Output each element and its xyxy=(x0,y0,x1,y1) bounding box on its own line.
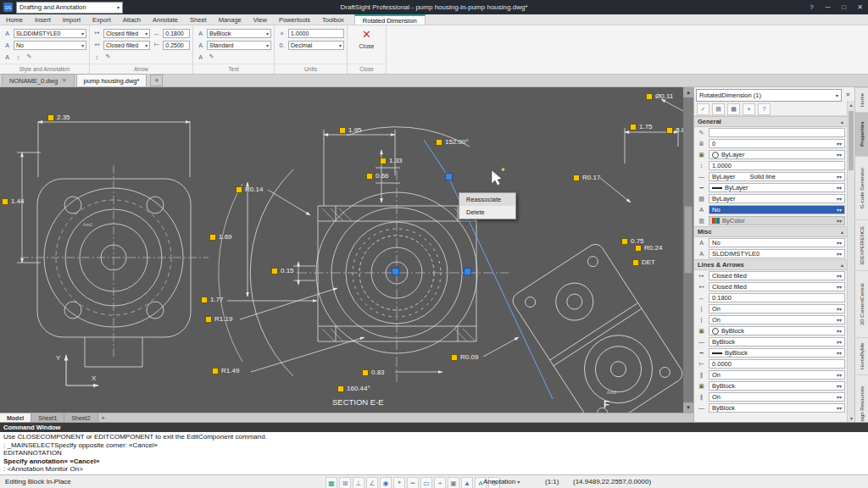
side-tab-3d-contentcentral[interactable]: 3D ContentCentral xyxy=(855,270,868,337)
scroll-down-icon[interactable] xyxy=(683,402,693,413)
dimension-label[interactable]: 1.44 xyxy=(2,197,25,205)
property-select[interactable]: No▾ xyxy=(709,205,845,214)
r-tool-c-icon[interactable] xyxy=(25,53,34,62)
end-arrow-select[interactable]: Closed filled xyxy=(103,41,150,50)
ribbon-tab-annotate[interactable]: Annotate xyxy=(147,14,184,25)
dimension-label[interactable]: 2.35 xyxy=(47,114,70,121)
side-tab-properties[interactable]: Properties xyxy=(855,112,868,156)
view-scale-label[interactable]: (1:1) xyxy=(545,478,559,485)
clipboard-icon[interactable]: ▤ xyxy=(712,103,725,115)
grip-handle[interactable] xyxy=(271,268,278,274)
lineweight-icon[interactable]: ━ xyxy=(407,477,419,488)
ribbon-tab-sheet[interactable]: Sheet xyxy=(184,14,213,25)
tab-close-icon[interactable]: ✕ xyxy=(62,77,66,84)
snap-icon[interactable]: ⊞ xyxy=(339,477,351,488)
grip-handle[interactable] xyxy=(366,173,373,180)
command-window-title[interactable]: Command Window xyxy=(0,423,868,432)
sheet-tab-sheet1[interactable]: Sheet1 xyxy=(31,413,64,422)
selection-grip[interactable] xyxy=(464,268,471,275)
sheet-tab-model[interactable]: Model xyxy=(0,413,31,422)
ribbon-tab-attach[interactable]: Attach xyxy=(117,14,147,25)
grip-handle[interactable] xyxy=(380,158,387,164)
scroll-up-icon[interactable] xyxy=(683,87,693,97)
collapse-icon[interactable]: ▴ xyxy=(841,229,843,235)
esnap-icon[interactable]: ◉ xyxy=(380,477,392,488)
ribbon-tab-view[interactable]: View xyxy=(248,14,273,25)
side-tab-home[interactable]: Home xyxy=(855,87,868,112)
selection-grip[interactable] xyxy=(392,268,399,275)
ribbon-tab-toolbox[interactable]: Toolbox xyxy=(316,14,350,25)
dimension-scale-input[interactable]: 1.0000 xyxy=(288,29,344,38)
extension-size-input[interactable]: 0.2500 xyxy=(163,41,190,50)
properties-scrollbar[interactable] xyxy=(847,101,854,422)
maximize-icon[interactable] xyxy=(836,0,852,14)
ribbon-tab-import[interactable]: Import xyxy=(57,14,86,25)
grip-handle[interactable] xyxy=(209,234,216,241)
scrollbar-thumb[interactable] xyxy=(684,206,693,274)
side-tab-homebyme[interactable]: HomeByMe xyxy=(855,337,868,374)
drawing-canvas[interactable]: Y X ✦ 2.351.441.95152.00°1.330.66R0.14Ø0… xyxy=(0,87,683,413)
dimension-label[interactable]: Ø0.11 xyxy=(646,92,673,100)
side-tab-g-code-generator[interactable]: G-code Generator xyxy=(855,156,868,219)
entity-selector[interactable]: RotatedDimension (1) xyxy=(696,89,842,102)
property-input[interactable]: 0.1800 xyxy=(709,293,845,302)
dimension-label[interactable]: 0.8 xyxy=(666,126,683,134)
grip-handle[interactable] xyxy=(337,385,344,392)
canvas-scrollbar[interactable] xyxy=(683,87,693,413)
dimension-label[interactable]: 152.00° xyxy=(436,138,469,146)
ribbon-tab-rotated-dimension[interactable]: Rotated Dimension xyxy=(354,14,426,25)
selection-grip[interactable] xyxy=(445,173,453,180)
property-input[interactable] xyxy=(709,128,845,137)
annotation-scale-select[interactable]: Annotation xyxy=(483,478,520,485)
grid-icon[interactable]: ▦ xyxy=(326,477,337,488)
text-color-select[interactable]: ByBlock xyxy=(207,29,271,38)
dimension-label[interactable]: R1.49 xyxy=(212,367,239,374)
dimension-label[interactable]: 1.77 xyxy=(201,296,224,303)
property-select[interactable]: Closed filled▾ xyxy=(709,271,845,280)
grip-handle[interactable] xyxy=(47,114,54,121)
add-sheet-button[interactable]: + xyxy=(98,413,108,422)
dimension-label[interactable]: Axis2 xyxy=(83,223,92,227)
dimension-label[interactable]: 0.66 xyxy=(366,172,389,180)
dimension-label[interactable]: 1.33 xyxy=(380,157,403,164)
unit-format-select[interactable]: Decimal xyxy=(288,41,344,50)
grip-handle[interactable] xyxy=(630,124,637,130)
dimension-label[interactable]: R0.24 xyxy=(635,244,662,252)
annotation-scale-icon[interactable]: ▲ xyxy=(461,477,473,488)
arrow-size-input[interactable]: 0.1800 xyxy=(163,29,190,38)
grip-handle[interactable] xyxy=(201,297,208,303)
property-select[interactable]: ByBlock▾ xyxy=(709,337,845,347)
etrack-icon[interactable]: ⌖ xyxy=(393,477,405,488)
dimension-label[interactable]: R0.14 xyxy=(236,186,263,193)
ribbon-tab-powertools[interactable]: Powertools xyxy=(273,14,316,25)
grip-handle[interactable] xyxy=(205,316,212,323)
dimension-label[interactable]: R1.19 xyxy=(205,315,232,323)
help-icon[interactable] xyxy=(804,0,820,14)
r-tool-c-icon[interactable] xyxy=(207,53,216,62)
grip-handle[interactable] xyxy=(666,127,673,134)
property-select[interactable]: ByLayer▾ xyxy=(709,150,845,159)
minimize-icon[interactable] xyxy=(820,0,836,14)
crosshair-icon[interactable]: + xyxy=(434,477,446,488)
dimension-label[interactable]: 0.83 xyxy=(362,369,385,376)
dimension-label[interactable]: F xyxy=(604,399,609,409)
property-select[interactable]: On▾ xyxy=(709,304,845,313)
command-lines[interactable]: Use CLOSECOMPONENT or EDITCOMPONENT to e… xyxy=(0,432,868,474)
property-select[interactable]: Closed filled▾ xyxy=(709,282,845,291)
palette-icon[interactable]: ▦ xyxy=(727,103,740,115)
property-input[interactable]: 0.0000 xyxy=(709,359,845,369)
grip-handle[interactable] xyxy=(339,127,346,134)
help-blue-icon[interactable]: ? xyxy=(758,103,771,115)
ribbon-close-icon[interactable] xyxy=(350,28,383,42)
grip-handle[interactable] xyxy=(436,139,442,146)
r-tool-b-icon[interactable] xyxy=(14,53,23,62)
dimension-label[interactable]: SECTION E-E xyxy=(332,397,384,407)
ortho-icon[interactable]: ⊥ xyxy=(353,477,364,488)
property-select[interactable]: SLDDIMSTYLE0▾ xyxy=(709,249,845,258)
property-select[interactable]: ByLayer▾ xyxy=(709,194,845,203)
grip-handle[interactable] xyxy=(646,93,653,100)
r-tool-a-icon[interactable] xyxy=(196,53,205,62)
dimension-label[interactable]: 1.75 xyxy=(630,123,653,130)
dimension-label[interactable]: Axis2 xyxy=(607,391,616,395)
close-button[interactable]: Close xyxy=(350,43,383,49)
